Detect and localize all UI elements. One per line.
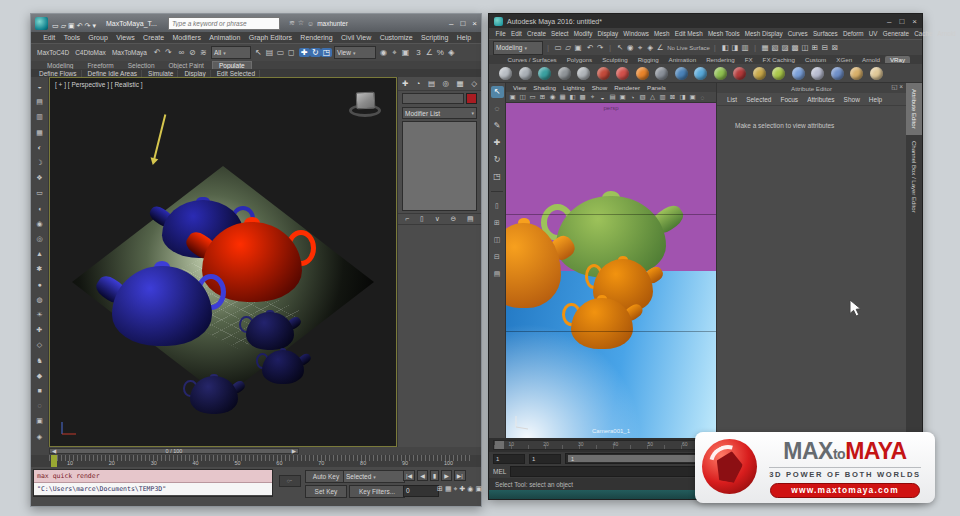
- teapot-object[interactable]: [506, 223, 561, 308]
- menu-item[interactable]: Tools: [59, 34, 84, 41]
- sidebar-vertical-tab[interactable]: Channel Box / Layer Editor: [906, 135, 922, 219]
- menu-item[interactable]: Graph Editors: [245, 34, 297, 41]
- link-icon[interactable]: ⊘: [187, 48, 198, 57]
- key-filters-button[interactable]: Key Filters...: [349, 485, 405, 498]
- left-toolbar-icon[interactable]: ◇: [37, 337, 42, 352]
- reference-coordinate-dropdown[interactable]: View▾: [334, 46, 376, 59]
- stack-button-icon[interactable]: ⊖: [450, 215, 456, 223]
- left-toolbar-icon[interactable]: ●: [37, 277, 41, 292]
- viewcube[interactable]: [348, 90, 382, 120]
- plugin-button[interactable]: C4DtoMax: [72, 49, 109, 56]
- undo-redo-icon[interactable]: ↷: [163, 48, 174, 57]
- left-toolbar-icon[interactable]: ☽: [36, 155, 42, 170]
- max-search-input[interactable]: [168, 17, 280, 30]
- shelf-tab[interactable]: Curves / Surfaces: [503, 56, 561, 63]
- menu-item[interactable]: List: [723, 96, 741, 103]
- shelf-tab[interactable]: Polygons: [562, 56, 596, 63]
- shelf-tool-icon[interactable]: [753, 67, 766, 80]
- menu-item[interactable]: Arnold: [935, 30, 958, 37]
- shelf-tab[interactable]: FX Caching: [758, 56, 799, 63]
- sidebar-vertical-tab[interactable]: Attribute Editor: [906, 83, 922, 135]
- command-panel-tab-icon[interactable]: ◔: [416, 79, 421, 88]
- ribbon-tab[interactable]: Modeling: [41, 62, 79, 69]
- shelf-tool-icon[interactable]: [831, 67, 844, 80]
- panel-toolbar-icon[interactable]: ▥: [658, 93, 667, 101]
- shelf-tool-icon[interactable]: [792, 67, 805, 80]
- listener-output-line[interactable]: "C:\Users\marce\Documents\TEMP3D": [34, 483, 272, 495]
- panel-menu-item[interactable]: Renderer: [611, 84, 643, 91]
- max-signin-user[interactable]: maxhunter: [317, 20, 348, 27]
- panel-toolbar-icon[interactable]: ◉: [548, 93, 557, 101]
- shelf-tool-icon[interactable]: [597, 67, 610, 80]
- set-key-button[interactable]: Set Key: [305, 485, 347, 498]
- menu-item[interactable]: Help: [865, 96, 886, 103]
- menu-set-dropdown[interactable]: Modeling▾: [493, 41, 543, 55]
- link-icon[interactable]: ∞: [176, 48, 187, 57]
- panel-toolbar-icon[interactable]: ▣: [618, 93, 627, 101]
- panel-toolbar-icon[interactable]: ◌: [698, 94, 707, 101]
- left-toolbar-icon[interactable]: ♞: [36, 353, 42, 368]
- shelf-tool-icon[interactable]: [616, 67, 629, 80]
- timeline-left-arrow[interactable]: ◀: [52, 448, 56, 454]
- viewport-label[interactable]: [ + ] [ Perspective ] [ Realistic ]: [55, 81, 143, 88]
- nav-icon[interactable]: ▣: [475, 485, 482, 493]
- ribbon-tab[interactable]: Selection: [122, 62, 161, 69]
- selection-tool-icon[interactable]: ▤: [264, 48, 275, 57]
- undo-redo-icon[interactable]: ↶: [585, 43, 595, 52]
- file-icon[interactable]: ▭: [553, 43, 563, 52]
- panel-toolbar-icon[interactable]: ▣: [688, 93, 697, 101]
- panel-menu-item[interactable]: View: [510, 84, 529, 91]
- command-panel-tab-icon[interactable]: ✚: [402, 79, 408, 88]
- object-name-field[interactable]: [402, 93, 464, 104]
- maya-3d-view[interactable]: persp Camera001_1: [506, 103, 716, 438]
- snap-toggle-icon[interactable]: ◈: [446, 48, 457, 57]
- shelf-tool-icon[interactable]: [636, 67, 649, 80]
- left-toolbar-icon[interactable]: ✱: [37, 261, 43, 276]
- panel-toolbar-icon[interactable]: ⊞: [538, 93, 547, 101]
- modifier-stack[interactable]: [402, 121, 477, 211]
- menu-item[interactable]: Animation: [205, 34, 245, 41]
- panel-toolbar-icon[interactable]: ⊠: [668, 93, 677, 101]
- left-toolbar-icon[interactable]: ◖: [37, 201, 41, 216]
- shelf-tool-icon[interactable]: [519, 67, 532, 80]
- left-toolbar-icon[interactable]: ◒: [37, 79, 41, 94]
- teapot-object[interactable]: [571, 298, 633, 349]
- sidebar-toggle-icon[interactable]: ⊟: [820, 43, 830, 52]
- max-app-logo-icon[interactable]: [35, 17, 48, 30]
- menu-item[interactable]: Select: [548, 30, 571, 37]
- nav-icon[interactable]: ✚: [459, 485, 465, 493]
- render-icon[interactable]: ◨: [730, 43, 740, 52]
- transform-tool-icon[interactable]: ◳: [321, 48, 332, 57]
- left-toolbar-icon[interactable]: ▥: [36, 109, 43, 124]
- shelf-tab[interactable]: Rendering: [702, 56, 740, 63]
- menu-item[interactable]: Mesh Tools: [705, 30, 742, 37]
- menu-item[interactable]: Surfaces: [810, 30, 840, 37]
- snap-toggle-icon[interactable]: 3: [413, 48, 424, 57]
- panel-toolbar-icon[interactable]: ▭: [528, 93, 537, 101]
- shelf-tab[interactable]: Sculpting: [598, 56, 632, 63]
- ribbon-tab[interactable]: Populate: [212, 61, 252, 69]
- transform-tool-icon[interactable]: ✚: [299, 48, 310, 57]
- selection-mask-icon[interactable]: ⌖: [635, 43, 645, 53]
- playback-button[interactable]: ▶: [441, 470, 452, 481]
- menu-item[interactable]: Attributes: [803, 96, 838, 103]
- sidebar-toggle-icon[interactable]: ▩: [790, 43, 800, 52]
- playback-button[interactable]: ◀: [417, 470, 428, 481]
- stack-button-icon[interactable]: ⌐: [405, 215, 409, 223]
- tool-icon[interactable]: ✎: [491, 120, 504, 132]
- tool-icon[interactable]: ◌: [491, 103, 504, 115]
- quick-access-icon[interactable]: ↶: [77, 22, 83, 29]
- teapot-object[interactable]: [112, 266, 212, 346]
- left-toolbar-icon[interactable]: ◎: [36, 231, 42, 246]
- transform-tool-icon[interactable]: ↻: [310, 48, 321, 57]
- command-panel-tab-icon[interactable]: ◎: [443, 79, 450, 88]
- plugin-button[interactable]: MaxToC4D: [34, 49, 72, 56]
- menu-item[interactable]: Display: [595, 30, 621, 37]
- left-toolbar-icon[interactable]: ◍: [36, 292, 42, 307]
- link-icon[interactable]: ≋: [198, 48, 209, 57]
- pivot-tool-icon[interactable]: ◉: [378, 48, 389, 58]
- playback-button[interactable]: ▶|: [454, 470, 466, 481]
- panel-header-buttons[interactable]: ◱ ×: [891, 83, 903, 91]
- selection-mask-icon[interactable]: ↖: [615, 43, 625, 53]
- menu-item[interactable]: Create: [524, 30, 548, 37]
